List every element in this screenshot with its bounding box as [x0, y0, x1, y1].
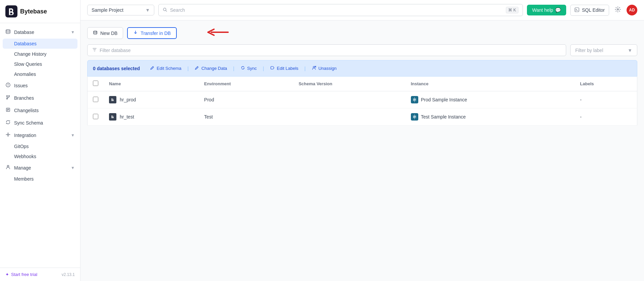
sidebar-item-database[interactable]: Database ▼	[0, 26, 80, 38]
edit-labels-button[interactable]: Edit Labels	[267, 64, 302, 73]
sidebar-item-anomalies[interactable]: Anomalies	[0, 69, 80, 79]
col-environment: Environment	[199, 77, 293, 91]
unassign-button[interactable]: Unassign	[308, 64, 340, 73]
divider2: |	[233, 66, 234, 71]
svg-point-12	[617, 9, 619, 10]
instance-icon	[411, 113, 418, 121]
col-labels: Labels	[575, 77, 637, 91]
svg-point-4	[7, 96, 8, 97]
sidebar-item-members[interactable]: Members	[0, 174, 80, 184]
filter-by-label-select[interactable]: Filter by label ▼	[570, 44, 637, 56]
database-table: Name Environment Schema Version Instance…	[87, 77, 637, 126]
changelists-icon	[5, 107, 11, 113]
filter-label-text: Filter by label	[575, 48, 603, 53]
sidebar-item-changelists[interactable]: Changelists	[0, 104, 80, 116]
instance-name[interactable]: Test Sample Instance	[421, 114, 466, 120]
svg-point-13	[94, 31, 97, 32]
db-type-icon	[109, 113, 116, 121]
chevron-down-icon-integration: ▼	[71, 133, 75, 138]
table-row: hr_test Test Test Sample Instance -	[88, 108, 637, 126]
sql-editor-button[interactable]: SQL Editor	[570, 5, 609, 16]
sidebar-item-branches[interactable]: Branches	[0, 92, 80, 104]
svg-point-1	[6, 30, 10, 31]
version-label: v2.13.1	[62, 272, 75, 277]
branches-icon	[5, 95, 11, 101]
search-placeholder: Search	[170, 7, 185, 13]
integration-icon	[5, 132, 11, 138]
row-name-cell: hr_test	[104, 108, 199, 126]
sidebar-item-gitops[interactable]: GitOps	[0, 141, 80, 151]
project-selector[interactable]: Sample Project ▼	[87, 5, 154, 15]
row-labels-cell: -	[575, 108, 637, 126]
edit-labels-icon	[270, 65, 275, 71]
svg-point-9	[7, 166, 9, 167]
filter-database-input[interactable]: Filter database	[87, 44, 566, 56]
row-checkbox-cell	[88, 108, 104, 126]
db-type-icon	[109, 96, 116, 103]
select-all-checkbox[interactable]	[93, 81, 98, 86]
sql-editor-label: SQL Editor	[582, 7, 605, 13]
transfer-db-label: Transfer in DB	[141, 31, 171, 36]
sidebar-item-manage[interactable]: Manage ▼	[0, 161, 80, 174]
arrow-indicator	[201, 24, 235, 42]
svg-point-3	[8, 86, 8, 86]
row-name-cell: hr_prod	[104, 91, 199, 108]
svg-point-14	[313, 66, 315, 68]
svg-point-10	[163, 8, 166, 11]
row-checkbox[interactable]	[93, 114, 98, 119]
db-name[interactable]: hr_prod	[120, 97, 136, 102]
avatar[interactable]: AD	[627, 5, 637, 15]
want-help-button[interactable]: Want help 💬	[527, 5, 567, 15]
sidebar-item-issues[interactable]: Issues	[0, 79, 80, 92]
sidebar-item-webhooks[interactable]: Webhooks	[0, 151, 80, 161]
main-content: Sample Project ▼ Search ⌘ K Want help 💬	[80, 0, 644, 281]
new-db-button[interactable]: New DB	[87, 27, 123, 39]
transfer-db-icon	[133, 30, 138, 36]
change-data-button[interactable]: Change Data	[191, 64, 230, 73]
filter-placeholder: Filter database	[100, 48, 131, 53]
instance-name[interactable]: Prod Sample Instance	[421, 97, 467, 102]
sidebar-item-changelists-label: Changelists	[14, 108, 39, 113]
sidebar-item-change-history[interactable]: Change History	[0, 49, 80, 59]
env-label: Prod	[204, 97, 214, 102]
search-shortcut: ⌘ K	[506, 7, 518, 13]
sidebar-footer: ✦ Start free trial v2.13.1	[0, 268, 80, 281]
database-icon	[5, 29, 11, 35]
filter-row: Filter database Filter by label ▼	[87, 44, 637, 56]
labels-value: -	[580, 97, 582, 102]
unassign-icon	[312, 65, 316, 71]
db-name[interactable]: hr_test	[120, 114, 134, 120]
chevron-down-icon: ▼	[71, 30, 75, 35]
selection-count: 0 databases selected	[93, 66, 140, 71]
instance-icon	[411, 96, 418, 103]
header-checkbox-col	[88, 77, 104, 91]
sync-button[interactable]: Sync	[237, 64, 260, 73]
sidebar-item-slow-queries[interactable]: Slow Queries	[0, 59, 80, 69]
settings-button[interactable]	[613, 5, 623, 16]
divider: |	[187, 66, 189, 71]
page-content: New DB Transfer in DB	[80, 20, 644, 281]
row-env-cell: Test	[199, 108, 293, 126]
edit-schema-icon	[150, 65, 155, 71]
labels-value: -	[580, 114, 582, 120]
search-bar[interactable]: Search ⌘ K	[158, 4, 523, 16]
sidebar-item-sync-schema[interactable]: Sync Schema	[0, 116, 80, 129]
sidebar-item-databases[interactable]: Databases	[3, 39, 77, 49]
row-checkbox[interactable]	[93, 97, 98, 102]
edit-schema-button[interactable]: Edit Schema	[147, 64, 185, 73]
star-icon: ✦	[5, 272, 9, 277]
sidebar-item-manage-label: Manage	[14, 165, 31, 171]
sync-action-icon	[240, 65, 245, 71]
col-schema-version: Schema Version	[293, 77, 406, 91]
transfer-db-button[interactable]: Transfer in DB	[127, 27, 177, 39]
row-labels-cell: -	[575, 91, 637, 108]
svg-rect-11	[575, 8, 579, 12]
start-free-trial-button[interactable]: ✦ Start free trial	[5, 272, 37, 277]
filter-label-chevron: ▼	[628, 48, 632, 53]
sidebar-item-integration[interactable]: Integration ▼	[0, 129, 80, 141]
row-env-cell: Prod	[199, 91, 293, 108]
env-label: Test	[204, 114, 213, 120]
row-instance-cell: Prod Sample Instance	[406, 91, 575, 108]
project-name: Sample Project	[92, 7, 123, 13]
sync-schema-icon	[5, 120, 11, 126]
